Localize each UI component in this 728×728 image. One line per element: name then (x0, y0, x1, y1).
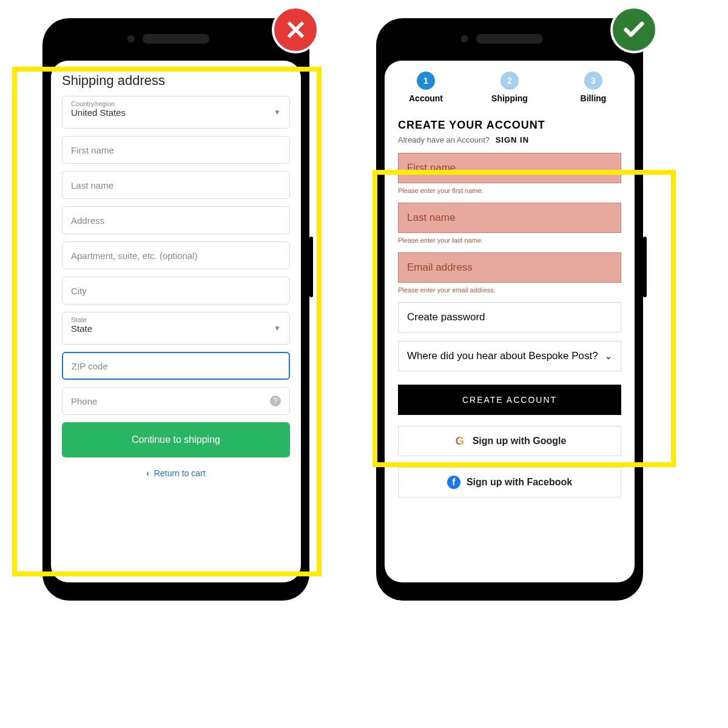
chevron-down-icon: ▼ (274, 108, 281, 116)
phone-frame-left: Shipping address Country/region United S… (42, 18, 309, 601)
step-account[interactable]: 1 Account (402, 72, 450, 103)
apt-input[interactable]: Apartment, suite, etc. (optional) (62, 241, 290, 269)
speaker-notch (143, 34, 209, 44)
last-name-placeholder: Last name (407, 212, 455, 223)
continue-label: Continue to shipping (132, 434, 220, 445)
facebook-label: Sign up with Facebook (467, 477, 572, 488)
step-shipping[interactable]: 2 Shipping (485, 72, 534, 103)
first-name-input[interactable]: First name (62, 136, 290, 164)
already-text: Already have an Account? (398, 135, 490, 144)
step-billing[interactable]: 3 Billing (569, 72, 618, 103)
step-label: Account (402, 93, 450, 103)
source-select[interactable]: Where did you hear about Bespoke Post? ⌄ (398, 341, 621, 371)
create-account-button[interactable]: CREATE ACCOUNT (398, 385, 621, 415)
source-placeholder: Where did you hear about Bespoke Post? (407, 350, 598, 362)
signup-facebook-button[interactable]: f Sign up with Facebook (398, 467, 621, 497)
google-label: Sign up with Google (473, 436, 567, 447)
chevron-left-icon: ‹ (146, 468, 149, 478)
return-link[interactable]: ‹ Return to cart (62, 468, 290, 478)
step-label: Shipping (485, 93, 534, 103)
first-name-error: Please enter your first name. (398, 187, 621, 194)
facebook-icon: f (447, 476, 460, 489)
help-icon[interactable]: ? (270, 396, 281, 406)
first-name-placeholder: First name (71, 145, 114, 155)
step-dot: 3 (584, 72, 602, 90)
state-label: State (71, 316, 281, 323)
screen-right: 1 Account 2 Shipping 3 Billing CREATE YO… (385, 61, 635, 582)
badge-bad: ✕ (272, 6, 319, 53)
signin-link[interactable]: SIGN IN (496, 135, 529, 144)
signin-row: Already have an Account? SIGN IN (398, 135, 621, 144)
camera-dot (461, 35, 468, 42)
step-dot: 1 (417, 72, 435, 90)
x-icon: ✕ (285, 15, 307, 46)
last-name-error: Please enter your last name. (398, 237, 621, 244)
address-placeholder: Address (71, 215, 104, 226)
screen-left: Shipping address Country/region United S… (51, 61, 301, 582)
chevron-down-icon: ▼ (274, 324, 281, 332)
last-name-placeholder: Last name (71, 180, 113, 190)
chevron-down-icon: ⌄ (605, 351, 612, 361)
signup-google-button[interactable]: G Sign up with Google (398, 426, 621, 456)
badge-good (610, 6, 658, 53)
page-title: CREATE YOUR ACCOUNT (398, 119, 621, 132)
step-dot: 2 (500, 72, 519, 90)
continue-button[interactable]: Continue to shipping (62, 422, 290, 457)
zip-placeholder: ZIP code (72, 361, 108, 371)
city-placeholder: City (71, 286, 87, 296)
check-icon (622, 18, 646, 42)
first-name-input[interactable]: First name (398, 153, 621, 183)
google-icon: G (453, 434, 467, 448)
state-select[interactable]: State State ▼ (62, 312, 290, 345)
state-value: State (71, 323, 281, 334)
first-name-placeholder: First name (407, 162, 456, 174)
phone-placeholder: Phone (71, 396, 97, 406)
city-input[interactable]: City (62, 277, 290, 305)
camera-dot (127, 35, 135, 42)
power-button (643, 237, 647, 297)
phone-input[interactable]: Phone ? (62, 387, 290, 415)
apt-placeholder: Apartment, suite, etc. (optional) (71, 251, 197, 261)
phone-frame-right: 1 Account 2 Shipping 3 Billing CREATE YO… (376, 18, 643, 601)
return-label: Return to cart (154, 468, 206, 478)
address-input[interactable]: Address (62, 206, 290, 234)
email-input[interactable]: Email address (398, 252, 621, 283)
country-value: United States (71, 107, 281, 118)
last-name-input[interactable]: Last name (398, 203, 621, 233)
email-placeholder: Email address (407, 261, 473, 273)
country-select[interactable]: Country/region United States ▼ (62, 96, 290, 129)
last-name-input[interactable]: Last name (62, 171, 290, 199)
page-title: Shipping address (62, 73, 290, 89)
stepper: 1 Account 2 Shipping 3 Billing (398, 72, 621, 103)
country-label: Country/region (71, 100, 281, 107)
power-button (309, 237, 313, 297)
zip-input[interactable]: ZIP code (62, 352, 290, 380)
speaker-notch (476, 34, 543, 44)
password-input[interactable]: Create password (398, 302, 621, 332)
step-label: Billing (569, 93, 618, 103)
email-error: Please enter your email address. (398, 286, 621, 294)
password-placeholder: Create password (407, 311, 485, 323)
create-account-label: CREATE ACCOUNT (462, 395, 557, 405)
